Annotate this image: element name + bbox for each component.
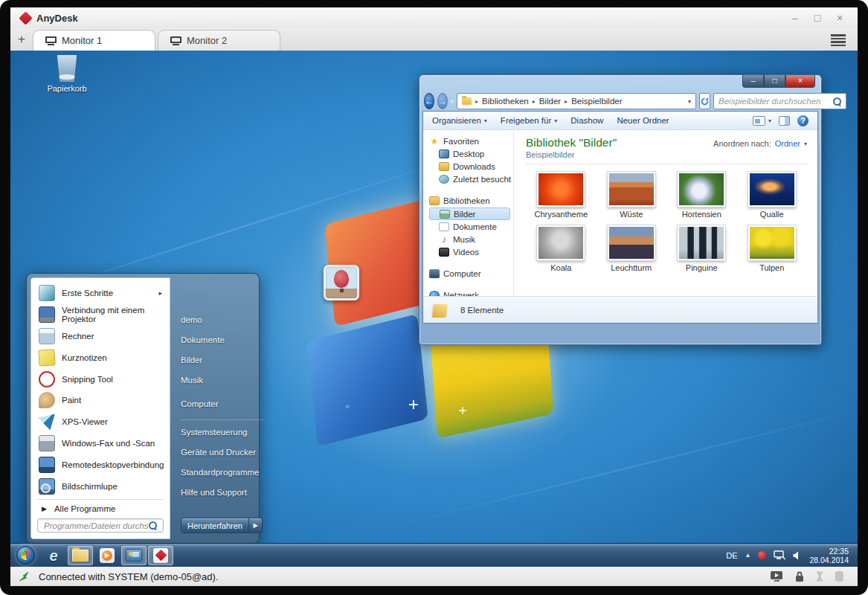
start-item-xps-viewer[interactable]: XPS-Viewer [36, 411, 165, 433]
thumbnail-pinguine[interactable] [678, 225, 725, 260]
nav-zuletzt-besucht[interactable]: Zuletzt besucht [429, 173, 513, 185]
file-item[interactable]: Koala [526, 225, 597, 272]
taskbar-remote-settings[interactable] [121, 546, 147, 565]
start-item-kurznotizen[interactable]: Kurznotizen [36, 347, 165, 368]
monitor-play-icon[interactable] [770, 570, 784, 582]
remote-desktop[interactable]: Papierkorb – □ × ← → ▾ ▸ Bibliotheken ▸ … [10, 51, 858, 567]
explorer-titlebar[interactable]: – □ × [422, 75, 818, 91]
taskbar-anydesk[interactable] [148, 546, 173, 565]
start-item-projektor[interactable]: Verbindung mit einem Projektor [36, 304, 165, 326]
start-item-paint[interactable]: Paint [36, 390, 165, 411]
shutdown-button[interactable]: Herunterfahren ▶ [181, 518, 263, 533]
maximize-button[interactable]: □ [811, 13, 823, 23]
minimize-button[interactable]: – [789, 13, 801, 23]
start-item-hilfe-support[interactable]: Hilfe und Support [181, 483, 264, 503]
thumbnail-qualle[interactable] [748, 172, 796, 207]
share-button[interactable]: Freigeben für▾ [501, 116, 557, 125]
address-dropdown-icon[interactable]: ▾ [688, 98, 691, 105]
start-item-systemsteuerung[interactable]: Systemsteuerung [181, 422, 264, 443]
explorer-close-button[interactable]: × [785, 75, 815, 88]
network-icon[interactable] [774, 550, 785, 560]
explorer-minimize-button[interactable]: – [742, 75, 764, 88]
start-item-fax-scan[interactable]: Windows-Fax und -Scan [36, 433, 165, 454]
address-bar[interactable]: ▸ Bibliotheken ▸ Bilder ▸ Beispielbilder… [457, 93, 696, 109]
forward-button[interactable]: → [437, 93, 448, 109]
new-folder-button[interactable]: Neuer Ordner [617, 116, 669, 125]
file-item[interactable]: Pinguine [666, 225, 737, 272]
views-button[interactable]: ▾ [753, 116, 771, 126]
start-item-remotedesktop[interactable]: Remotedesktopverbindung [36, 454, 165, 475]
start-item-user[interactable]: demo [181, 310, 264, 330]
nav-favoriten[interactable]: ★Favoriten [429, 135, 513, 147]
taskbar-media-player[interactable]: ▶ [94, 546, 120, 565]
explorer-search-input[interactable] [718, 97, 833, 106]
anydesk-tray-icon[interactable] [758, 551, 766, 559]
language-indicator[interactable]: DE [726, 551, 737, 560]
nav-computer[interactable]: Computer [429, 268, 513, 280]
close-button[interactable]: × [834, 13, 846, 23]
lock-icon[interactable] [794, 570, 805, 582]
slideshow-button[interactable]: Diashow [570, 116, 603, 125]
menu-icon[interactable] [831, 34, 846, 46]
volume-icon[interactable] [793, 551, 802, 560]
start-item-rechner[interactable]: Rechner [36, 326, 165, 347]
file-item[interactable]: Leuchtturm [597, 225, 667, 272]
nav-downloads[interactable]: Downloads [429, 161, 513, 173]
thumbnail-tulpen[interactable] [748, 225, 796, 260]
start-search-input[interactable] [44, 521, 149, 530]
start-button[interactable] [16, 546, 35, 565]
file-item[interactable]: Tulpen [737, 225, 808, 272]
nav-dokumente[interactable]: Dokumente [429, 221, 513, 233]
explorer-window[interactable]: – □ × ← → ▾ ▸ Bibliotheken ▸ Bilder ▸ Be… [419, 74, 822, 345]
nav-videos[interactable]: Videos [429, 246, 513, 258]
start-item-geraete-drucker[interactable]: Geräte und Drucker [181, 443, 264, 463]
nav-desktop[interactable]: Desktop [429, 148, 513, 160]
nav-musik[interactable]: ♪Musik [429, 234, 513, 245]
file-item[interactable]: Qualle [737, 172, 808, 219]
new-tab-button[interactable]: + [10, 32, 33, 51]
thumbnail-wueste[interactable] [608, 172, 655, 207]
start-item-standardprogramme[interactable]: Standardprogramme [181, 463, 264, 483]
breadcrumb-bilder[interactable]: Bilder [539, 97, 561, 106]
start-item-musik[interactable]: Musik [181, 370, 264, 390]
refresh-button[interactable] [699, 93, 710, 109]
breadcrumb-bibliotheken[interactable]: Bibliotheken [482, 97, 529, 106]
back-button[interactable]: ← [424, 93, 434, 109]
breadcrumb-beispielbilder[interactable]: Beispielbilder [571, 97, 622, 106]
start-search[interactable] [37, 518, 164, 533]
organize-button[interactable]: Organisieren▾ [432, 116, 487, 125]
start-item-erste-schritte[interactable]: Erste Schritte▸ [36, 283, 165, 304]
preview-pane-button[interactable] [779, 116, 790, 126]
tab-monitor-1[interactable]: Monitor 1 [33, 30, 155, 51]
history-dropdown-icon[interactable]: ▾ [451, 98, 454, 105]
start-item-dokumente[interactable]: Dokumente [181, 330, 264, 350]
file-item[interactable]: Wüste [597, 172, 667, 219]
recycle-bin[interactable]: Papierkorb [42, 55, 92, 93]
nav-netzwerk[interactable]: Netzwerk [429, 289, 513, 296]
thumbnail-hortensien[interactable] [678, 172, 725, 207]
explorer-search[interactable] [713, 93, 846, 109]
clock[interactable]: 22:35 28.04.2014 [809, 547, 849, 565]
thumbnail-chrysantheme[interactable] [537, 172, 585, 207]
tab-monitor-2[interactable]: Monitor 2 [158, 30, 280, 51]
nav-bibliotheken[interactable]: Bibliotheken [429, 195, 513, 207]
file-item[interactable]: Hortensien [666, 172, 737, 219]
file-item[interactable]: Chrysantheme [526, 172, 597, 219]
tray-expand-icon[interactable]: ▲ [745, 552, 751, 559]
nav-bilder[interactable]: Bilder [429, 208, 510, 220]
thumbnail-koala[interactable] [537, 225, 585, 260]
arrange-value[interactable]: Ordner [775, 139, 800, 148]
all-programs-button[interactable]: ▶ Alle Programme [36, 502, 165, 515]
thumbnail-leuchtturm[interactable] [608, 225, 655, 260]
start-item-bilder[interactable]: Bilder [181, 350, 264, 370]
taskbar-explorer[interactable] [68, 546, 93, 565]
monitor-icon [45, 36, 57, 45]
start-item-snipping-tool[interactable]: Snipping Tool [36, 368, 165, 390]
help-button[interactable]: ? [797, 115, 808, 126]
start-item-computer[interactable]: Computer [181, 394, 264, 414]
shutdown-options-arrow[interactable]: ▶ [248, 518, 262, 533]
start-item-bildschirmlupe[interactable]: Bildschirmlupe [36, 475, 165, 497]
user-avatar[interactable] [324, 265, 359, 300]
taskbar-internet-explorer[interactable]: e [41, 546, 66, 565]
explorer-maximize-button[interactable]: □ [764, 75, 785, 88]
